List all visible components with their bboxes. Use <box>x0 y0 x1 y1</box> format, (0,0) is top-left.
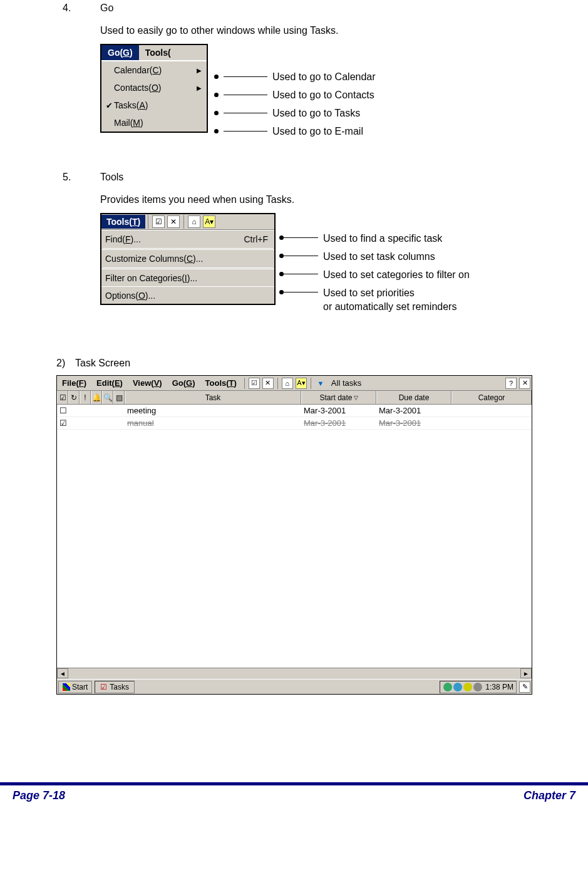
task-start: Mar-3-2001 <box>301 405 376 417</box>
task-start: Mar-3-2001 <box>301 417 376 429</box>
menu-tools[interactable]: Tools(T) <box>200 378 242 388</box>
delete-icon[interactable]: ✕ <box>262 378 274 389</box>
tasks-app-icon: ☑ <box>100 683 107 691</box>
task-screen-window: File(F) Edit(E) View(V) Go(G) Tools(T) ☑… <box>56 375 532 695</box>
callout-mail: Used to go to E-mail <box>272 126 363 137</box>
col-category[interactable]: Categor <box>451 391 532 404</box>
menu-go[interactable]: Go(G) <box>167 378 200 388</box>
section-4-desc: Used to easily go to other windows while… <box>100 25 563 36</box>
submenu-arrow-icon: ▶ <box>197 85 202 91</box>
menu-item-calendar[interactable]: Calendar(C) ▶ <box>101 61 207 79</box>
section-4-heading: 4. Go <box>63 3 563 14</box>
tools-menu-callouts: Used to find a specific task Used to set… <box>279 232 470 314</box>
row-checkbox[interactable]: ☑ <box>57 417 68 429</box>
table-row[interactable]: ☑ manual Mar-3-2001 Mar-3-2001 <box>57 417 532 430</box>
col-start-date[interactable]: Start date▽ <box>301 391 376 404</box>
windows-logo-icon <box>63 683 70 691</box>
row-checkbox[interactable]: ☐ <box>57 405 68 417</box>
section-title: Tools <box>100 172 123 183</box>
callout-contacts: Used to go to Contacts <box>272 90 374 101</box>
go-menu-callouts: Used to go to Calendar Used to go to Con… <box>214 68 376 140</box>
menu-item-find[interactable]: Find(F)... Ctrl+F <box>101 230 274 247</box>
col-task[interactable]: Task <box>125 391 301 404</box>
filter-dropdown[interactable]: All tasks <box>328 378 365 388</box>
font-color-icon[interactable]: A▾ <box>203 215 215 228</box>
section-5-heading: 5. Tools <box>63 172 563 183</box>
task-due: Mar-3-2001 <box>376 405 451 417</box>
page-number: Page 7-18 <box>13 789 65 802</box>
font-color-icon[interactable]: A▾ <box>296 378 307 389</box>
system-tray[interactable]: 1:38 PM <box>440 681 517 693</box>
menu-item-filter-categories[interactable]: Filter on Categories(I)... <box>101 269 274 286</box>
list-number: 5. <box>63 172 100 183</box>
col-attachment-icon[interactable]: 🔍 <box>102 391 113 404</box>
tools-menu-title-partial: Tools( <box>139 45 177 60</box>
tray-icon[interactable] <box>473 683 482 691</box>
tray-icon[interactable] <box>463 683 472 691</box>
tools-menu-title[interactable]: Tools(T) <box>101 215 145 229</box>
menu-item-customize-columns[interactable]: Customize Columns(C)... <box>101 249 274 267</box>
table-row[interactable]: ☐ meeting Mar-3-2001 Mar-3-2001 <box>57 405 532 417</box>
menu-view[interactable]: View(V) <box>128 378 167 388</box>
menu-item-mail[interactable]: Mail(M) <box>101 114 207 132</box>
check-icon[interactable]: ☑ <box>152 215 165 228</box>
col-due-date[interactable]: Due date <box>376 391 451 404</box>
filter-icon[interactable]: ▼ <box>315 378 326 389</box>
col-checkbox-icon[interactable]: ☑ <box>57 391 68 404</box>
submenu-arrow-icon: ▶ <box>197 67 202 74</box>
callout-filter: Used to set categories to filter on <box>323 268 470 282</box>
show-desktop-icon[interactable]: ✎ <box>519 681 530 693</box>
taskbar-app-tasks[interactable]: ☑ Tasks <box>95 681 135 693</box>
col-recurrence-icon[interactable]: ↻ <box>68 391 80 404</box>
task-name: manual <box>125 417 301 429</box>
close-icon[interactable]: ✕ <box>519 378 530 389</box>
goto-today-icon[interactable]: ⌂ <box>282 378 293 389</box>
col-note-icon[interactable]: ▤ <box>113 391 125 404</box>
list-number: 4. <box>63 3 100 14</box>
start-button[interactable]: Start <box>58 681 92 693</box>
page-footer: Page 7-18 Chapter 7 <box>0 782 588 802</box>
tray-icon[interactable] <box>443 683 452 691</box>
checkmark-icon: ✔ <box>104 101 114 110</box>
col-reminder-icon[interactable]: 🔔 <box>91 391 102 404</box>
clock: 1:38 PM <box>485 683 513 691</box>
callout-find: Used to find a specific task <box>323 232 442 246</box>
menu-item-tasks[interactable]: ✔ Tasks(A) <box>101 96 207 114</box>
section-title: Go <box>100 3 113 14</box>
scroll-left-icon[interactable]: ◄ <box>57 668 68 678</box>
section-title: Task Screen <box>75 358 130 369</box>
callout-tasks: Used to go to Tasks <box>272 108 360 119</box>
go-menu-title[interactable]: Go(G) <box>101 45 139 60</box>
tools-menu-window: Tools(T) ☑ ✕ ⌂ A▾ Find(F)... Ctrl+F Cust… <box>100 213 276 305</box>
menu-item-contacts[interactable]: Contacts(O) ▶ <box>101 79 207 96</box>
task-menubar: File(F) Edit(E) View(V) Go(G) Tools(T) ☑… <box>57 376 532 391</box>
task-name: meeting <box>125 405 301 417</box>
section-task-screen-heading: 2) Task Screen <box>56 358 563 369</box>
chapter-label: Chapter 7 <box>524 789 575 802</box>
go-menu-window: Go(G) Tools( Calendar(C) ▶ Contacts(O) ▶… <box>100 44 208 133</box>
tray-icon[interactable] <box>453 683 462 691</box>
callout-calendar: Used to go to Calendar <box>272 71 376 83</box>
horizontal-scrollbar[interactable]: ◄ ► <box>57 668 532 679</box>
menu-file[interactable]: File(F) <box>57 378 91 388</box>
windows-taskbar: Start ☑ Tasks 1:38 PM ✎ <box>57 679 532 694</box>
check-icon[interactable]: ☑ <box>249 378 260 389</box>
delete-icon[interactable]: ✕ <box>167 215 180 228</box>
goto-today-icon[interactable]: ⌂ <box>188 215 200 228</box>
col-priority-icon[interactable]: ! <box>80 391 91 404</box>
help-icon[interactable]: ? <box>505 378 517 389</box>
sort-desc-icon: ▽ <box>354 395 358 401</box>
column-headers: ☑ ↻ ! 🔔 🔍 ▤ Task Start date▽ Due date Ca… <box>57 391 532 405</box>
scroll-right-icon[interactable]: ► <box>520 668 532 678</box>
callout-options: Used to set priorities or automatically … <box>323 286 456 314</box>
task-list-body: ☐ meeting Mar-3-2001 Mar-3-2001 ☑ manual… <box>57 405 532 668</box>
menu-edit[interactable]: Edit(E) <box>91 378 128 388</box>
task-due: Mar-3-2001 <box>376 417 451 429</box>
section-5-desc: Provides items you need when using Tasks… <box>100 194 563 205</box>
list-number: 2) <box>56 358 75 369</box>
callout-customize: Used to set task columns <box>323 250 435 264</box>
menu-item-options[interactable]: Options(O)... <box>101 286 274 304</box>
shortcut-label: Ctrl+F <box>244 234 269 244</box>
